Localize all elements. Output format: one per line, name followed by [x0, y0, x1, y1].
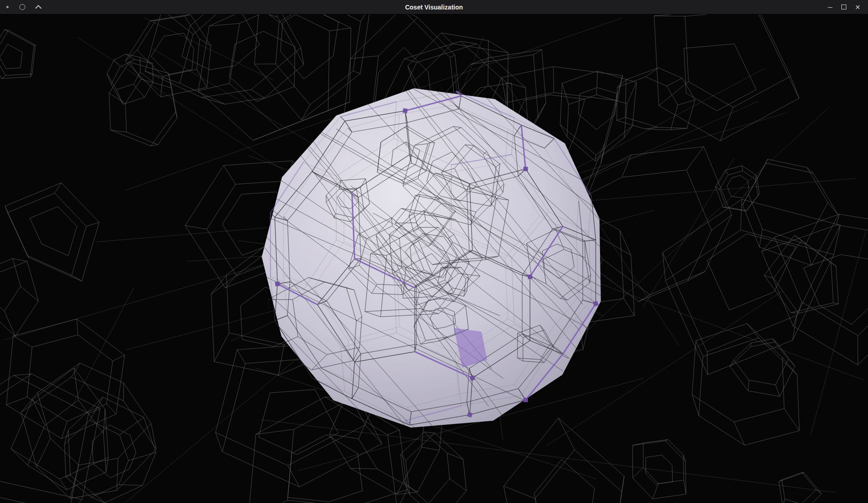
titlebar: Coset Visualization ─ ✕: [0, 0, 868, 14]
window-title: Coset Visualization: [0, 4, 868, 11]
maximize-button[interactable]: [841, 5, 846, 9]
chevron-up-icon[interactable]: [35, 5, 42, 11]
minimize-button[interactable]: ─: [826, 0, 834, 14]
app-window: Coset Visualization ─ ✕: [0, 0, 868, 503]
viewport[interactable]: [0, 14, 868, 503]
close-button[interactable]: ✕: [854, 0, 862, 14]
record-circle-icon[interactable]: [19, 4, 25, 10]
titlebar-left-icons: [0, 4, 41, 10]
window-controls: ─ ✕: [826, 0, 868, 14]
app-menu-dot-icon[interactable]: [6, 6, 9, 8]
scene-canvas[interactable]: [0, 14, 868, 503]
